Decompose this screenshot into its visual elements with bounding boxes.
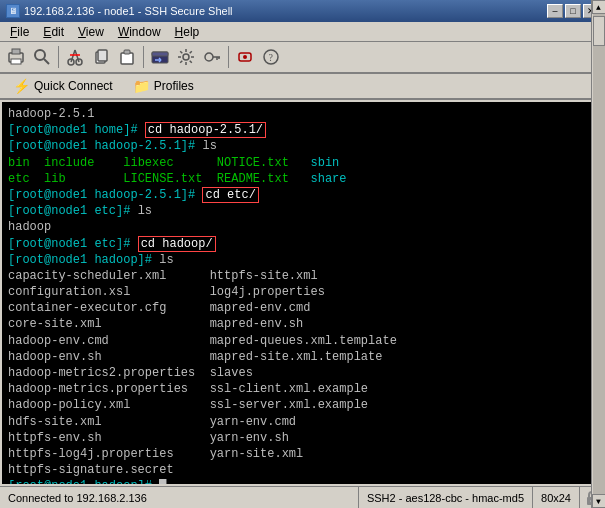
quick-connect-icon: ⚡ — [13, 78, 30, 94]
svg-point-3 — [35, 50, 45, 60]
terminal-line: hadoop — [8, 219, 597, 235]
scroll-thumb[interactable] — [593, 16, 605, 46]
terminal-line: bin include libexec NOTICE.txt sbin — [8, 155, 597, 171]
svg-rect-12 — [121, 53, 133, 64]
menu-edit[interactable]: Edit — [37, 24, 70, 40]
terminal-line: core-site.xml mapred-env.sh — [8, 316, 597, 332]
terminal-line: [root@node1 etc]# cd hadoop/ — [8, 236, 597, 252]
toolbar-find-button[interactable] — [30, 45, 54, 69]
quickconnect-bar: ⚡ Quick Connect 📁 Profiles — [0, 74, 605, 100]
status-connection: Connected to 192.168.2.136 — [0, 487, 359, 508]
toolbar-help-button[interactable]: ? — [259, 45, 283, 69]
svg-point-20 — [205, 53, 213, 61]
terminal-line: [root@node1 etc]# ls — [8, 203, 597, 219]
svg-rect-13 — [124, 50, 130, 54]
maximize-button[interactable]: □ — [565, 4, 581, 18]
size-text: 80x24 — [541, 492, 571, 504]
terminal-line: httpfs-log4j.properties yarn-site.xml — [8, 446, 597, 462]
toolbar-cut-button[interactable] — [63, 45, 87, 69]
svg-rect-11 — [98, 50, 107, 61]
menu-bar: File Edit View Window Help — [0, 22, 605, 42]
toolbar-paste-button[interactable] — [115, 45, 139, 69]
profiles-icon: 📁 — [133, 78, 150, 94]
status-bar: Connected to 192.168.2.136 SSH2 - aes128… — [0, 486, 605, 508]
toolbar-separator-2 — [143, 46, 144, 68]
terminal-line: hadoop-policy.xml ssl-server.xml.example — [8, 397, 597, 413]
terminal-line: hadoop-env.cmd mapred-queues.xml.templat… — [8, 333, 597, 349]
toolbar-print-button[interactable] — [4, 45, 28, 69]
terminal-line: [root@node1 hadoop-2.5.1]# cd etc/ — [8, 187, 597, 203]
toolbar-separator-3 — [228, 46, 229, 68]
status-size: 80x24 — [533, 487, 580, 508]
toolbar-copy-button[interactable] — [89, 45, 113, 69]
connection-text: Connected to 192.168.2.136 — [8, 492, 147, 504]
toolbar: ? — [0, 42, 605, 74]
scroll-up-button[interactable]: ▲ — [592, 0, 606, 14]
toolbar-separator-1 — [58, 46, 59, 68]
profiles-label: Profiles — [154, 79, 194, 93]
terminal[interactable]: hadoop-2.5.1[root@node1 home]# cd hadoop… — [2, 102, 603, 484]
terminal-line: httpfs-signature.secret — [8, 462, 597, 478]
terminal-line: [root@node1 home]# cd hadoop-2.5.1/ — [8, 122, 597, 138]
terminal-line: [root@node1 hadoop]# ls — [8, 252, 597, 268]
title-bar-left: 🖥 192.168.2.136 - node1 - SSH Secure She… — [6, 4, 233, 18]
scrollbar[interactable]: ▲ ▼ — [591, 0, 605, 508]
quick-connect-label: Quick Connect — [34, 79, 113, 93]
window-title: 192.168.2.136 - node1 - SSH Secure Shell — [24, 5, 233, 17]
menu-help[interactable]: Help — [169, 24, 206, 40]
svg-point-25 — [243, 55, 247, 59]
svg-rect-15 — [152, 52, 168, 56]
profiles-button[interactable]: 📁 Profiles — [126, 75, 201, 97]
menu-view[interactable]: View — [72, 24, 110, 40]
svg-rect-2 — [11, 59, 21, 64]
menu-file[interactable]: File — [4, 24, 35, 40]
svg-rect-1 — [12, 49, 20, 54]
encryption-text: SSH2 - aes128-cbc - hmac-md5 — [367, 492, 524, 504]
terminal-line: hadoop-2.5.1 — [8, 106, 597, 122]
terminal-line: [root@node1 hadoop]# █ — [8, 478, 597, 484]
svg-text:?: ? — [269, 52, 274, 63]
scroll-down-button[interactable]: ▼ — [592, 494, 606, 508]
toolbar-settings-button[interactable] — [174, 45, 198, 69]
minimize-button[interactable]: – — [547, 4, 563, 18]
status-encryption: SSH2 - aes128-cbc - hmac-md5 — [359, 487, 533, 508]
toolbar-sftp-button[interactable] — [148, 45, 172, 69]
svg-point-19 — [183, 54, 189, 60]
terminal-line: [root@node1 hadoop-2.5.1]# ls — [8, 138, 597, 154]
terminal-line: etc lib LICENSE.txt README.txt share — [8, 171, 597, 187]
terminal-line: hadoop-env.sh mapred-site.xml.template — [8, 349, 597, 365]
app-icon: 🖥 — [6, 4, 20, 18]
terminal-line: hadoop-metrics.properties ssl-client.xml… — [8, 381, 597, 397]
terminal-line: hadoop-metrics2.properties slaves — [8, 365, 597, 381]
menu-window[interactable]: Window — [112, 24, 167, 40]
toolbar-key-button[interactable] — [200, 45, 224, 69]
quick-connect-button[interactable]: ⚡ Quick Connect — [6, 75, 120, 97]
terminal-line: httpfs-env.sh yarn-env.sh — [8, 430, 597, 446]
terminal-wrapper: hadoop-2.5.1[root@node1 home]# cd hadoop… — [0, 100, 605, 486]
toolbar-agent-button[interactable] — [233, 45, 257, 69]
title-bar: 🖥 192.168.2.136 - node1 - SSH Secure She… — [0, 0, 605, 22]
terminal-line: hdfs-site.xml yarn-env.cmd — [8, 414, 597, 430]
terminal-line: configuration.xsl log4j.properties — [8, 284, 597, 300]
svg-line-4 — [44, 59, 49, 64]
scroll-track[interactable] — [593, 14, 605, 494]
terminal-line: container-executor.cfg mapred-env.cmd — [8, 300, 597, 316]
terminal-line: capacity-scheduler.xml httpfs-site.xml — [8, 268, 597, 284]
